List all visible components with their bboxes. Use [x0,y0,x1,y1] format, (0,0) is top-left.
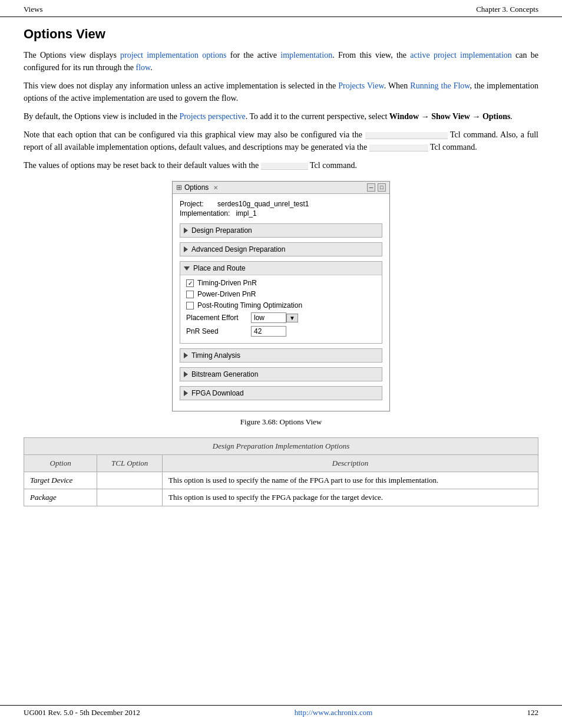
paragraph-2: This view does not display any informati… [24,80,538,104]
section-advanced-design-preparation-header[interactable]: Advanced Design Preparation [180,243,382,256]
table-header-row: Option TCL Option Description [24,454,538,472]
page-header: Views Chapter 3. Concepts [0,0,562,17]
row2-description: This option is used to specify the FPGA … [163,489,538,506]
header-right: Chapter 3. Concepts [476,5,538,14]
table-row: Target Device This option is used to spe… [24,472,538,489]
row1-option: Target Device [24,472,97,489]
row1-description: This option is used to specify the name … [163,472,538,489]
p4-code-blank1 [365,132,448,139]
p1-text-end: . [150,63,153,72]
section-bitstream-generation-header[interactable]: Bitstream Generation [180,368,382,381]
window-close-tab-icon[interactable]: ✕ [213,185,218,191]
power-driven-checkbox[interactable] [186,291,194,298]
p3-text-mid: . To add it to the current perspective, … [246,112,389,121]
options-table: Design Preparation Implementation Option… [24,437,538,506]
p1-link-implementation[interactable]: implementation [280,51,332,60]
p1-text-pre: The Options view displays [24,51,120,60]
section-bitstream-generation[interactable]: Bitstream Generation [180,367,382,381]
placement-effort-dropdown[interactable]: ▼ [286,314,298,322]
row1-tcl [97,472,163,489]
p5-code-blank [261,163,308,170]
section-timing-analysis-header[interactable]: Timing Analysis [180,349,382,362]
section-fpga-download[interactable]: FPGA Download [180,386,382,400]
section-place-route-header[interactable]: Place and Route [180,262,382,275]
p4-text: Note that each option that can be config… [24,130,362,139]
col-header-tcl: TCL Option [97,454,163,472]
triangle-down-icon [184,266,190,271]
section-design-preparation-label: Design Preparation [191,226,252,235]
triangle-right-icon-5 [184,390,188,396]
section-design-preparation[interactable]: Design Preparation [180,223,382,238]
footer-page-number: 122 [527,708,538,717]
p2-text-mid: . When [384,81,411,90]
p1-link-flow[interactable]: flow [136,63,151,72]
post-routing-label: Post-Routing Timing Optimization [197,301,302,309]
row2-option: Package [24,489,97,506]
paragraph-5: The values of options may be reset back … [24,159,538,172]
triangle-right-icon-3 [184,353,188,358]
timing-driven-checkbox[interactable] [186,279,194,287]
triangle-right-icon-1 [184,228,188,233]
section-advanced-design-preparation[interactable]: Advanced Design Preparation [180,242,382,256]
p1-text-mid2: . From this view, the [332,51,410,60]
pnr-seed-label: PnR Seed [186,327,251,335]
paragraph-4: Note that each option that can be config… [24,129,538,153]
implementation-line: Implementation: impl_1 [180,209,382,218]
section-timing-analysis-label: Timing Analysis [191,351,240,360]
window-controls: ─ □ [367,183,386,192]
figure-caption: Figure 3.68: Options View [24,416,538,428]
placement-effort-value[interactable]: low [251,312,286,323]
options-window-container: ⊞ Options ✕ ─ □ Project: [24,181,538,411]
section-bitstream-generation-label: Bitstream Generation [191,370,258,378]
page-footer: UG001 Rev. 5.0 - 5th December 2012 http:… [0,705,562,722]
timing-driven-row: Timing-Driven PnR [186,279,376,287]
post-routing-checkbox[interactable] [186,302,194,309]
implementation-label: Implementation: [180,209,230,218]
section-fpga-download-label: FPGA Download [191,389,244,397]
p3-text-pre: By default, the Options view is included… [24,112,179,121]
project-info: Project: serdes10g_quad_unrel_test1 Impl… [180,200,382,218]
project-value: serdes10g_quad_unrel_test1 [217,200,309,208]
options-window-icon: ⊞ [176,183,182,192]
section-fpga-download-header[interactable]: FPGA Download [180,387,382,400]
project-label: Project: [180,200,204,208]
p4-code-blank2 [369,144,428,151]
p3-link-projects-perspective[interactable]: Projects perspective [179,112,245,121]
col-header-description: Description [163,454,538,472]
section-design-preparation-header[interactable]: Design Preparation [180,224,382,237]
p3-bold-menu: Window → Show View → Options [389,112,511,121]
window-title-text: Options [184,183,209,192]
col-header-option: Option [24,454,97,472]
p2-link-running-flow[interactable]: Running the Flow [410,81,470,90]
p1-link-impl-options[interactable]: project implementation options [120,51,226,60]
section-timing-analysis[interactable]: Timing Analysis [180,348,382,363]
paragraph-1: The Options view displays project implem… [24,49,538,74]
footer-url[interactable]: http://www.achronix.com [295,708,373,717]
section-place-route-label: Place and Route [193,264,246,272]
window-titlebar: ⊞ Options ✕ ─ □ [173,182,389,194]
page: Views Chapter 3. Concepts Options View T… [0,0,562,728]
window-body: Project: serdes10g_quad_unrel_test1 Impl… [173,194,389,411]
post-routing-row: Post-Routing Timing Optimization [186,301,376,309]
window-maximize-button[interactable]: □ [378,183,386,192]
placement-effort-label: Placement Effort [186,314,251,322]
p4-text-end2: Tcl command. [430,143,477,151]
p5-text: The values of options may be reset back … [24,161,259,170]
p2-text-pre: This view does not display any informati… [24,81,338,90]
triangle-right-icon-4 [184,371,188,377]
p2-link-projects-view[interactable]: Projects View [338,81,384,90]
implementation-value: impl_1 [236,209,256,218]
section-title: Options View [24,27,538,42]
power-driven-label: Power-Driven PnR [197,290,256,298]
window-title-left: ⊞ Options ✕ [176,183,218,192]
window-minimize-button[interactable]: ─ [367,183,375,192]
paragraph-3: By default, the Options view is included… [24,110,538,123]
p1-link-active-impl[interactable]: active project implementation [410,51,512,60]
placement-effort-row: Placement Effort low ▼ [186,312,376,323]
timing-driven-label: Timing-Driven PnR [197,279,257,287]
pnr-seed-value[interactable]: 42 [251,326,286,337]
power-driven-row: Power-Driven PnR [186,290,376,298]
p1-text-mid1: for the active [227,51,281,60]
pnr-seed-row: PnR Seed 42 [186,326,376,337]
p5-text-end: Tcl command. [310,161,357,170]
